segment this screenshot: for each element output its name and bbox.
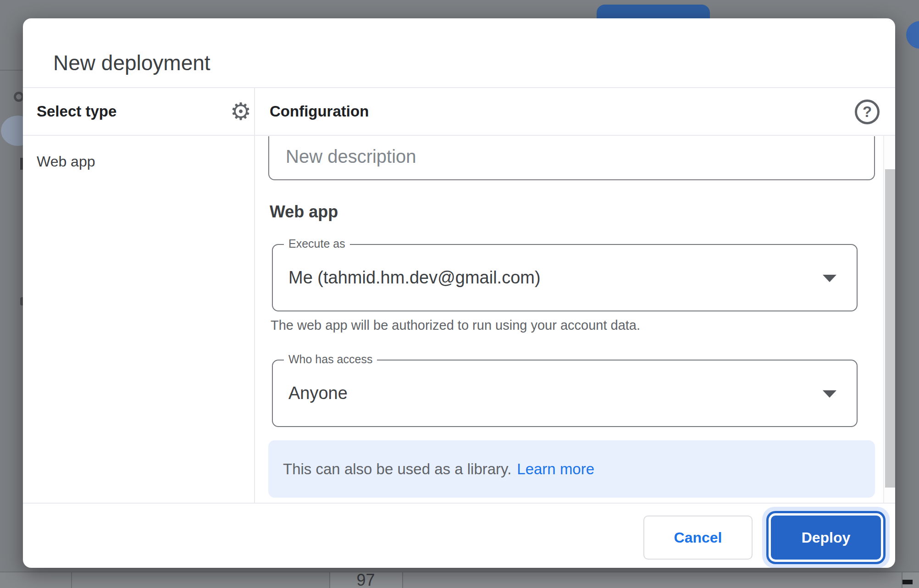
library-info-text: This can also be used as a library. xyxy=(283,460,511,478)
background-circle-fragment xyxy=(14,92,24,102)
background-scroll-indicator xyxy=(902,580,913,584)
execute-as-select[interactable]: Execute as Me (tahmid.hm.dev@gmail.com) xyxy=(272,244,858,311)
header-row-divider xyxy=(23,135,895,136)
execute-as-value: Me (tahmid.hm.dev@gmail.com) xyxy=(288,245,541,311)
cancel-button[interactable]: Cancel xyxy=(643,516,753,560)
config-scrollbar-track[interactable] xyxy=(883,136,895,503)
background-avatar xyxy=(906,21,919,49)
execute-as-helper-text: The web app will be authorized to run us… xyxy=(271,318,640,333)
new-deployment-dialog: New deployment Select type ⚙ Configurati… xyxy=(23,18,895,568)
sidebar-item-label: Web app xyxy=(37,153,95,170)
sidebar-item-web-app[interactable]: Web app xyxy=(23,148,254,175)
configuration-header: Configuration xyxy=(270,88,369,135)
description-field-outline xyxy=(268,136,875,180)
dialog-title: New deployment xyxy=(53,50,210,75)
who-has-access-select[interactable]: Who has access Anyone xyxy=(272,360,858,427)
background-deploy-button-peek xyxy=(597,5,710,19)
footer-divider xyxy=(23,503,895,504)
who-has-access-value: Anyone xyxy=(288,361,348,426)
dropdown-arrow-icon xyxy=(823,275,836,282)
screen: 97 New deployment Select type ⚙ Configur… xyxy=(0,0,919,588)
background-gridline-2 xyxy=(329,572,330,588)
panel-divider xyxy=(254,87,255,503)
background-gridline-3 xyxy=(402,572,403,588)
title-divider xyxy=(23,87,895,88)
help-icon[interactable]: ? xyxy=(855,100,880,124)
deploy-button[interactable]: Deploy xyxy=(771,516,881,560)
gear-icon[interactable]: ⚙ xyxy=(217,88,264,135)
background-sheet-cell-wide xyxy=(402,572,902,588)
learn-more-link[interactable]: Learn more xyxy=(517,460,594,478)
sheet-cell-text: 97 xyxy=(356,571,375,588)
dropdown-arrow-icon xyxy=(823,390,836,398)
select-type-header: Select type xyxy=(37,88,116,135)
library-info-banner: This can also be used as a library. Lear… xyxy=(268,440,875,498)
config-scrollbar-thumb[interactable] xyxy=(885,169,895,488)
background-sheet-cell-value: 97 xyxy=(329,572,402,588)
description-input[interactable] xyxy=(269,136,874,179)
background-toolbar-line xyxy=(0,70,23,71)
web-app-section-title: Web app xyxy=(270,202,338,222)
background-gridline-1 xyxy=(71,572,72,588)
